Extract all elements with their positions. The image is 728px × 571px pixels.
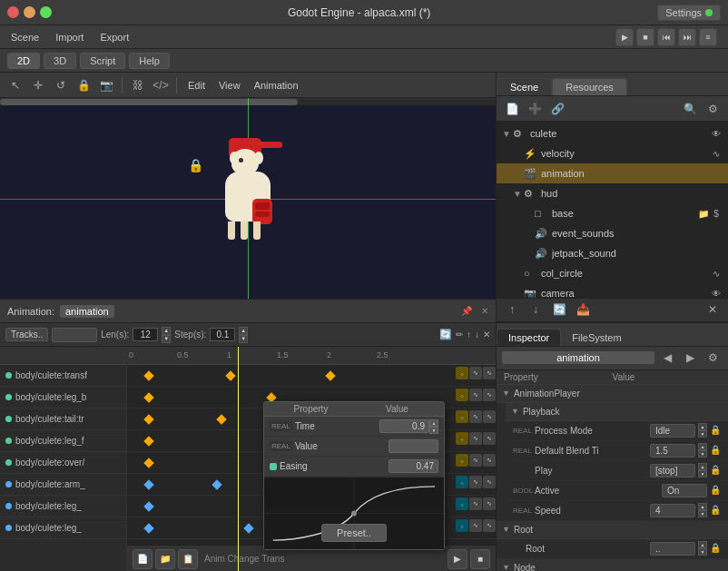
filter-icon[interactable]: 🔍 bbox=[680, 99, 700, 119]
new-scene-icon[interactable]: 📄 bbox=[502, 99, 522, 119]
add-keyframe-icon[interactable]: ⬦ bbox=[456, 497, 468, 510]
nav-up-icon[interactable]: ↑ bbox=[502, 300, 522, 320]
lock-icon[interactable]: 🔒 bbox=[710, 445, 721, 456]
wave2-icon[interactable]: ∿ bbox=[483, 497, 496, 510]
value-box-process-mode[interactable]: Idle bbox=[650, 424, 695, 438]
x-icon[interactable]: ✕ bbox=[483, 330, 490, 340]
select-tool-icon[interactable]: ↖ bbox=[5, 75, 25, 95]
playhead[interactable] bbox=[238, 347, 239, 571]
spin-down[interactable]: ▼ bbox=[698, 510, 707, 517]
tree-item-base[interactable]: □ base 📁 $ bbox=[497, 203, 728, 223]
insp-fwd-icon[interactable]: ▶ bbox=[680, 348, 700, 368]
wave-icon[interactable]: ∿ bbox=[469, 389, 482, 401]
spin-down[interactable]: ▼ bbox=[698, 430, 707, 438]
menu-scene[interactable]: Scene bbox=[4, 30, 46, 44]
copy-button[interactable]: 📋 bbox=[178, 549, 198, 569]
add-keyframe-icon[interactable]: ⬦ bbox=[456, 476, 468, 488]
add-keyframe-icon[interactable]: ⬦ bbox=[456, 454, 468, 467]
link-icon[interactable]: ⛓ bbox=[128, 75, 148, 95]
tab-scene[interactable]: Scene bbox=[497, 78, 552, 95]
value-box-blend-time[interactable]: 1.5 bbox=[650, 444, 695, 458]
section-header-anim-player[interactable]: ▼ AnimationPlayer bbox=[497, 385, 728, 403]
keyframe[interactable] bbox=[225, 370, 235, 380]
tab-2d[interactable]: 2D bbox=[7, 53, 40, 69]
time-spin-up[interactable]: ▲ bbox=[429, 419, 438, 427]
wave2-icon[interactable]: ∿ bbox=[483, 389, 496, 401]
prop-value-value[interactable] bbox=[389, 439, 438, 453]
base-folder-icon[interactable]: 📁 bbox=[697, 207, 710, 220]
spin-down[interactable]: ▼ bbox=[698, 470, 707, 477]
tab-3d[interactable]: 3D bbox=[44, 53, 76, 69]
edit-menu[interactable]: Edit bbox=[182, 78, 211, 93]
value-box-play[interactable]: [stop] bbox=[650, 464, 695, 477]
spin-up[interactable]: ▲ bbox=[698, 463, 707, 470]
spin-down[interactable]: ▼ bbox=[698, 450, 707, 458]
scene-settings-icon[interactable]: ⚙ bbox=[703, 99, 723, 119]
tree-item-event-sounds[interactable]: 🔊 event_sounds bbox=[497, 223, 728, 243]
spin-down[interactable]: ▼ bbox=[698, 548, 707, 556]
tab-filesystem[interactable]: FileSystem bbox=[561, 330, 632, 346]
step-spin-up[interactable]: ▲ bbox=[239, 327, 248, 335]
menu-export[interactable]: Export bbox=[93, 30, 136, 44]
nav-import-icon[interactable]: 📥 bbox=[573, 300, 593, 320]
spin-up[interactable]: ▲ bbox=[698, 541, 707, 548]
prop-value-time[interactable] bbox=[379, 419, 429, 433]
minimize-button[interactable] bbox=[24, 6, 35, 18]
folder-button[interactable]: 📁 bbox=[155, 549, 175, 569]
scrollbar-thumb[interactable] bbox=[0, 99, 298, 105]
track-item[interactable]: body/culete:leg_ bbox=[0, 496, 126, 517]
col-circle-right-icon[interactable]: ∿ bbox=[710, 267, 723, 280]
velocity-right-icon[interactable]: ∿ bbox=[710, 147, 723, 160]
prop-value-easing[interactable] bbox=[389, 459, 438, 473]
tree-item-jetpack-sound[interactable]: 🔊 jetpack_sound bbox=[497, 243, 728, 263]
timeline-content[interactable]: 0 0.5 1 1.5 2 2.5 bbox=[127, 347, 496, 571]
view-menu[interactable]: View bbox=[213, 78, 246, 93]
refresh-icon[interactable]: 🔄 bbox=[439, 329, 452, 340]
tree-item-culete[interactable]: ▼ ⚙ culete 👁 bbox=[497, 123, 728, 143]
track-item[interactable]: body/culete:tail:tr bbox=[0, 409, 126, 430]
add-keyframe-icon[interactable]: ⬦ bbox=[456, 519, 468, 532]
search-bar[interactable] bbox=[52, 328, 97, 342]
tree-item-camera[interactable]: 📷 camera 👁 bbox=[497, 283, 728, 298]
keyframe[interactable] bbox=[212, 479, 221, 489]
code-icon[interactable]: </> bbox=[151, 75, 171, 95]
spin-up[interactable]: ▲ bbox=[698, 423, 707, 430]
len-spin-down[interactable]: ▼ bbox=[162, 335, 171, 343]
keyframe[interactable] bbox=[143, 414, 153, 424]
wave2-icon[interactable]: ∿ bbox=[483, 476, 496, 488]
pin-icon[interactable]: 📌 bbox=[461, 306, 472, 316]
rotate-tool-icon[interactable]: ↺ bbox=[51, 75, 71, 95]
value-box-root[interactable]: .. bbox=[650, 542, 695, 556]
wave-icon[interactable]: ∿ bbox=[469, 410, 482, 423]
add-keyframe-icon[interactable]: ⬦ bbox=[456, 367, 468, 379]
close-button[interactable] bbox=[7, 6, 19, 18]
animation-name[interactable]: animation bbox=[60, 305, 114, 318]
camera-visible-icon[interactable]: 👁 bbox=[710, 287, 723, 298]
nav-down-icon[interactable]: ↓ bbox=[526, 300, 546, 320]
wave-icon[interactable]: ∿ bbox=[469, 497, 482, 510]
spin-up[interactable]: ▲ bbox=[698, 503, 707, 510]
track-item[interactable]: body/culete:leg_ bbox=[0, 517, 126, 539]
time-spin-down[interactable]: ▼ bbox=[429, 427, 438, 434]
tree-item-velocity[interactable]: ⚡ velocity ∿ bbox=[497, 143, 728, 163]
keyframe[interactable] bbox=[216, 414, 226, 424]
tab-help[interactable]: Help bbox=[129, 53, 170, 69]
add-keyframe-icon[interactable]: ⬦ bbox=[456, 410, 468, 423]
tree-item-hud[interactable]: ▼ ⚙ hud bbox=[497, 183, 728, 203]
keyframe[interactable] bbox=[143, 479, 153, 489]
camera-icon[interactable]: 📷 bbox=[96, 75, 116, 95]
up-icon[interactable]: ↑ bbox=[467, 330, 471, 340]
wave2-icon[interactable]: ∿ bbox=[483, 519, 496, 532]
wave-icon[interactable]: ∿ bbox=[469, 519, 482, 532]
tracks-button[interactable]: Tracks.. bbox=[5, 328, 48, 341]
add-keyframe-icon[interactable]: ⬦ bbox=[456, 389, 468, 401]
nav-close-icon[interactable]: ✕ bbox=[703, 300, 723, 320]
track-item[interactable]: body/culete:arm_ bbox=[0, 474, 126, 496]
spin-up[interactable]: ▲ bbox=[698, 443, 707, 450]
step-back-button[interactable]: ⏮ bbox=[657, 28, 675, 46]
wave-icon[interactable]: ∿ bbox=[469, 432, 482, 445]
settings-button[interactable]: Settings bbox=[657, 5, 721, 21]
nav-refresh-icon[interactable]: 🔄 bbox=[549, 300, 569, 320]
track-item[interactable]: body/culete:transf bbox=[0, 365, 126, 387]
add-node-icon[interactable]: ➕ bbox=[525, 99, 545, 119]
